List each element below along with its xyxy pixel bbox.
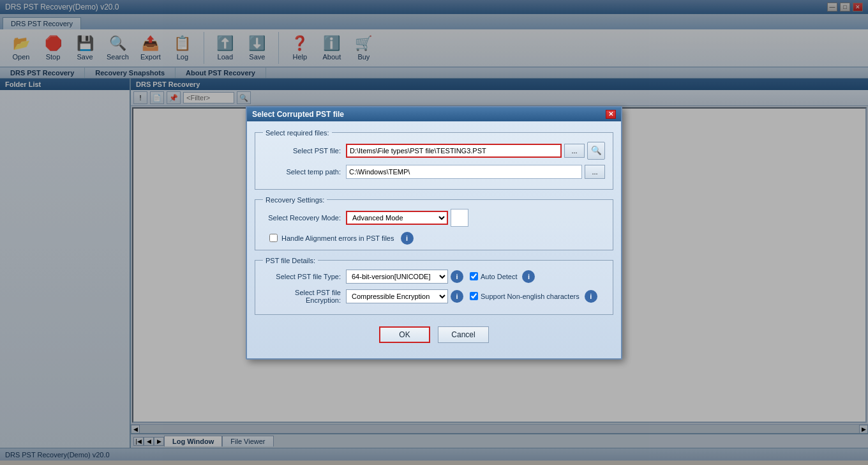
- required-files-section: Select required files: Select PST file: …: [255, 129, 613, 190]
- pst-file-row: Select PST file: ... 🔍: [263, 142, 605, 160]
- mode-white-button[interactable]: [451, 209, 468, 227]
- dialog-title-bar: Select Corrupted PST file ✕: [247, 107, 621, 121]
- dialog-footer: OK Cancel: [255, 321, 613, 351]
- encryption-info-button[interactable]: i: [451, 290, 463, 303]
- auto-detect-info-button[interactable]: i: [522, 270, 535, 283]
- encryption-select[interactable]: Compressible Encryption No Encryption Hi…: [346, 289, 448, 303]
- type-info-button[interactable]: i: [451, 270, 463, 283]
- ok-button[interactable]: OK: [379, 326, 430, 343]
- recovery-settings-legend: Recovery Settings:: [263, 196, 327, 204]
- recovery-mode-select[interactable]: Advanced Mode Quick Scan Normal Scan: [346, 211, 448, 225]
- temp-browse-button[interactable]: ...: [585, 165, 605, 179]
- alignment-checkbox[interactable]: [269, 234, 278, 242]
- pst-type-row: Select PST file Type: 64-bit-version[UNI…: [263, 270, 605, 284]
- dialog-close-button[interactable]: ✕: [606, 110, 616, 119]
- alignment-info-button[interactable]: i: [401, 232, 414, 245]
- recovery-mode-row: Select Recovery Mode: Advanced Mode Quic…: [263, 209, 605, 227]
- dialog-overlay: Select Corrupted PST file ✕ Select requi…: [0, 0, 868, 465]
- auto-detect-checkbox[interactable]: [470, 272, 478, 280]
- temp-path-input[interactable]: [346, 165, 582, 179]
- temp-path-label: Select temp path:: [263, 168, 346, 176]
- non-english-checkbox[interactable]: [470, 292, 478, 300]
- pst-file-input[interactable]: [346, 144, 562, 158]
- required-files-legend: Select required files:: [263, 129, 332, 137]
- pst-browse-button[interactable]: ...: [564, 144, 585, 158]
- pst-file-label: Select PST file:: [263, 147, 346, 155]
- cancel-button[interactable]: Cancel: [438, 326, 489, 343]
- encryption-label: Select PST file Encryption:: [263, 289, 346, 304]
- alignment-label: Handle Alignment errors in PST files: [281, 234, 394, 242]
- non-english-info-button[interactable]: i: [585, 290, 597, 303]
- encryption-row: Select PST file Encryption: Compressible…: [263, 289, 605, 304]
- recovery-mode-label: Select Recovery Mode:: [263, 214, 346, 222]
- pst-search-button[interactable]: 🔍: [587, 142, 605, 160]
- non-english-label: Support Non-english characters: [481, 293, 580, 300]
- dialog-title: Select Corrupted PST file: [252, 110, 344, 119]
- pst-type-select[interactable]: 64-bit-version[UNICODE] 32-bit-version[A…: [346, 270, 448, 284]
- non-english-group: Support Non-english characters i: [470, 290, 597, 303]
- pst-type-label: Select PST file Type:: [263, 273, 346, 280]
- temp-path-row: Select temp path: ...: [263, 165, 605, 179]
- pst-details-legend: PST file Details:: [263, 257, 318, 264]
- alignment-checkbox-row: Handle Alignment errors in PST files i: [269, 232, 605, 245]
- recovery-settings-section: Recovery Settings: Select Recovery Mode:…: [255, 196, 613, 250]
- dialog: Select Corrupted PST file ✕ Select requi…: [246, 106, 622, 360]
- auto-detect-label: Auto Detect: [481, 273, 517, 280]
- dialog-body: Select required files: Select PST file: …: [247, 121, 621, 358]
- pst-details-section: PST file Details: Select PST file Type: …: [255, 257, 613, 315]
- auto-detect-group: Auto Detect i: [470, 270, 535, 283]
